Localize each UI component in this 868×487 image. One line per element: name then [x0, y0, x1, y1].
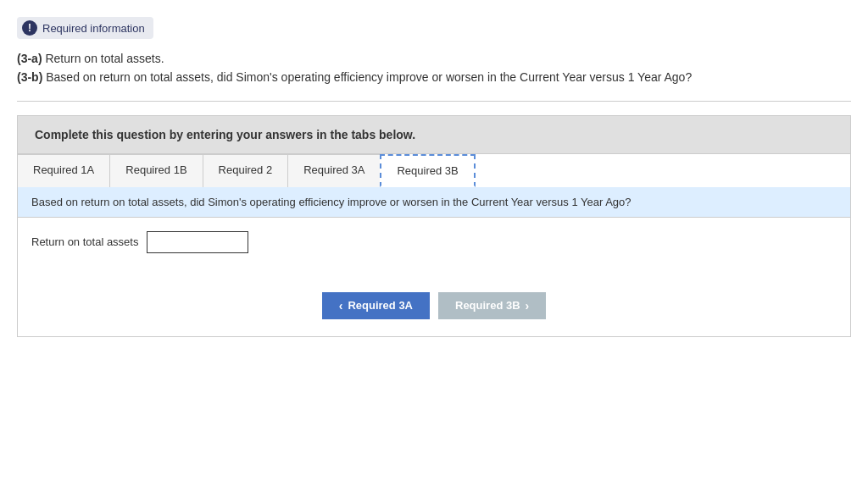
- tab-required-3a[interactable]: Required 3A: [287, 154, 381, 187]
- tab-required-2[interactable]: Required 2: [203, 154, 289, 187]
- complete-box: Complete this question by entering your …: [17, 115, 851, 154]
- next-arrow-icon: ›: [526, 299, 530, 313]
- nav-buttons: ‹ Required 3A Required 3B ›: [18, 284, 850, 336]
- prev-button-label: Required 3A: [348, 299, 413, 312]
- field-label: Return on total assets: [31, 235, 138, 248]
- info-icon: !: [22, 20, 37, 36]
- tab-required-3b[interactable]: Required 3B: [380, 154, 475, 187]
- question-part-b: (3-b) Based on return on total assets, d…: [17, 68, 851, 86]
- prev-button[interactable]: ‹ Required 3A: [322, 292, 430, 319]
- next-button-label: Required 3B: [455, 299, 520, 312]
- required-info-badge: ! Required information: [17, 17, 153, 39]
- tab-body: Return on total assets: [18, 218, 850, 284]
- required-info-label: Required information: [42, 22, 145, 35]
- tab-content-area: Based on return on total assets, did Sim…: [17, 187, 851, 337]
- tab-required-1b[interactable]: Required 1B: [109, 154, 203, 187]
- part-a-bold: (3-a): [17, 52, 42, 65]
- part-a-text: Return on total assets.: [45, 52, 164, 65]
- tab-question: Based on return on total assets, did Sim…: [18, 187, 850, 218]
- return-on-total-assets-input[interactable]: [147, 231, 248, 253]
- tabs-container: Required 1A Required 1B Required 2 Requi…: [17, 154, 851, 187]
- divider: [17, 101, 851, 102]
- complete-box-text: Complete this question by entering your …: [35, 128, 415, 141]
- part-b-bold: (3-b): [17, 70, 42, 84]
- prev-arrow-icon: ‹: [339, 299, 343, 313]
- tab-required-1a[interactable]: Required 1A: [18, 154, 110, 187]
- next-button[interactable]: Required 3B ›: [438, 292, 546, 319]
- question-header: (3-a) Return on total assets. (3-b) Base…: [17, 49, 851, 87]
- question-part-a: (3-a) Return on total assets.: [17, 49, 851, 68]
- part-b-text: Based on return on total assets, did Sim…: [46, 70, 692, 84]
- field-row: Return on total assets: [31, 231, 837, 253]
